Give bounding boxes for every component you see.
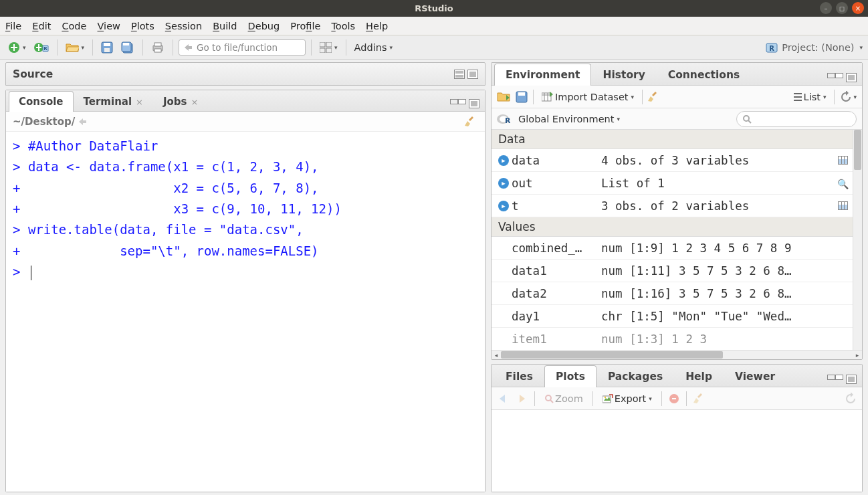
new-file-button[interactable]: ▾: [5, 39, 29, 56]
remove-plot-icon[interactable]: [669, 393, 679, 404]
source-pane-title: Source: [13, 68, 53, 80]
menu-debug[interactable]: Debug: [248, 21, 280, 31]
tab-console[interactable]: Console: [9, 91, 74, 112]
tab-viewer[interactable]: Viewer: [724, 365, 786, 387]
refresh-icon[interactable]: ▾: [840, 91, 857, 103]
tab-plots[interactable]: Plots: [544, 365, 596, 387]
env-value-row[interactable]: combined_… num [1:9] 1 2 3 4 5 6 7 8 9: [492, 237, 853, 260]
menu-profile[interactable]: Profile: [290, 21, 320, 31]
tab-packages[interactable]: Packages: [596, 365, 674, 387]
project-menu[interactable]: R Project: (None) ▾: [766, 41, 863, 54]
console-maximize-icon[interactable]: [469, 99, 479, 108]
env-value-row[interactable]: item1 num [1:3] 1 2 3: [492, 328, 853, 350]
print-button[interactable]: [148, 39, 167, 56]
source-maximize-icon[interactable]: [467, 70, 478, 79]
tab-files[interactable]: Files: [494, 365, 544, 387]
zoom-button[interactable]: Zoom: [542, 391, 586, 406]
env-value-row[interactable]: data1 num [1:11] 3 5 7 5 3 2 6 8…: [492, 260, 853, 282]
plot-next-icon[interactable]: [516, 393, 528, 404]
menu-tools[interactable]: Tools: [331, 21, 355, 31]
svg-point-26: [546, 395, 551, 401]
menu-help[interactable]: Help: [366, 21, 388, 31]
window-minimize-button[interactable]: –: [820, 2, 832, 14]
console-pane: Console Terminal× Jobs× ~/Desktop/ > #Au…: [5, 90, 485, 492]
scope-selector[interactable]: Global Environment ▾: [516, 112, 623, 126]
close-icon[interactable]: ×: [136, 97, 143, 107]
env-vertical-scrollbar[interactable]: [853, 130, 862, 350]
refresh-plot-icon[interactable]: [845, 393, 857, 405]
tab-jobs[interactable]: Jobs×: [153, 91, 208, 112]
plot-prev-icon[interactable]: [497, 393, 509, 404]
tab-help[interactable]: Help: [674, 365, 724, 387]
source-restore-icon[interactable]: [454, 70, 465, 79]
view-mode-button[interactable]: List ▾: [790, 90, 829, 104]
plots-maximize-icon[interactable]: [846, 375, 857, 384]
addins-button[interactable]: Addins ▾: [352, 40, 395, 55]
menu-file[interactable]: File: [5, 21, 21, 31]
console-tab-row: Console Terminal× Jobs×: [6, 90, 485, 112]
save-workspace-icon[interactable]: [516, 91, 528, 103]
load-workspace-icon[interactable]: [497, 91, 510, 103]
menu-code[interactable]: Code: [62, 21, 86, 31]
env-search-input[interactable]: [736, 111, 857, 127]
open-file-button[interactable]: ▾: [63, 40, 88, 55]
save-all-button[interactable]: [118, 39, 137, 56]
open-dir-icon[interactable]: [78, 117, 88, 126]
save-button[interactable]: [98, 39, 116, 56]
console-output[interactable]: > #Author DataFlair > data <- data.frame…: [6, 132, 485, 492]
env-data-row[interactable]: ▶t 3 obs. of 2 variables: [492, 195, 853, 217]
env-data-row[interactable]: ▶out List of 1 🔍: [492, 172, 853, 195]
import-dataset-button[interactable]: Import Dataset ▾: [539, 90, 637, 104]
export-button[interactable]: Export ▾: [600, 391, 655, 406]
inspect-icon[interactable]: 🔍: [837, 179, 849, 189]
expand-icon[interactable]: ▶: [498, 155, 509, 166]
clear-objects-icon[interactable]: [648, 90, 661, 104]
env-horizontal-scrollbar[interactable]: ◂ ▸: [492, 350, 862, 359]
svg-text:R: R: [769, 45, 774, 52]
workspace-panes-button[interactable]: ▾: [317, 40, 340, 55]
expand-icon[interactable]: ▶: [498, 201, 509, 211]
environment-tab-row: Environment History Connections: [492, 63, 862, 86]
menu-session[interactable]: Session: [165, 21, 202, 31]
environment-scope-row: R Global Environment ▾: [492, 108, 862, 130]
clear-plots-icon[interactable]: [693, 392, 707, 405]
view-data-icon[interactable]: [838, 201, 848, 210]
svg-rect-21: [542, 93, 551, 101]
env-value-row[interactable]: day1 chr [1:5] "Mon" "Tue" "Wed…: [492, 305, 853, 328]
env-data-row[interactable]: ▶data 4 obs. of 3 variables: [492, 149, 853, 172]
new-project-button[interactable]: R: [31, 39, 51, 56]
environment-toolbar: Import Dataset ▾ List ▾ ▾: [492, 86, 862, 108]
menu-build[interactable]: Build: [213, 21, 237, 31]
plot-canvas: [492, 410, 862, 492]
env-maximize-icon[interactable]: [846, 73, 857, 82]
tab-environment[interactable]: Environment: [494, 64, 591, 86]
window-title: RStudio: [415, 3, 453, 13]
tab-terminal[interactable]: Terminal×: [74, 91, 153, 112]
console-minimize-icon[interactable]: [450, 99, 466, 104]
source-pane-header: Source: [5, 62, 485, 86]
menu-plots[interactable]: Plots: [131, 21, 154, 31]
clear-console-icon[interactable]: [465, 115, 478, 128]
tab-history[interactable]: History: [591, 64, 656, 86]
env-minimize-icon[interactable]: [827, 73, 843, 78]
env-section-values: Values: [492, 217, 853, 237]
window-close-button[interactable]: ×: [852, 2, 864, 14]
tab-connections[interactable]: Connections: [657, 64, 751, 86]
window-maximize-button[interactable]: ◻: [836, 2, 848, 14]
r-logo-icon: R: [497, 113, 510, 125]
plots-toolbar: Zoom Export ▾: [492, 387, 862, 410]
goto-file-input[interactable]: Go to file/function: [179, 39, 306, 56]
env-value-row[interactable]: data2 num [1:16] 3 5 7 5 3 2 6 8…: [492, 282, 853, 305]
expand-icon[interactable]: ▶: [498, 178, 509, 189]
svg-point-28: [605, 396, 606, 397]
menu-edit[interactable]: Edit: [32, 21, 51, 31]
svg-rect-5: [104, 43, 110, 46]
svg-rect-12: [154, 49, 161, 52]
menu-view[interactable]: View: [98, 21, 120, 31]
environment-table: Data ▶data 4 obs. of 3 variables ▶out Li…: [492, 130, 862, 350]
plots-minimize-icon[interactable]: [827, 375, 843, 380]
view-data-icon[interactable]: [838, 156, 848, 165]
close-icon[interactable]: ×: [191, 97, 199, 107]
svg-rect-13: [320, 42, 325, 47]
svg-point-25: [744, 116, 749, 121]
